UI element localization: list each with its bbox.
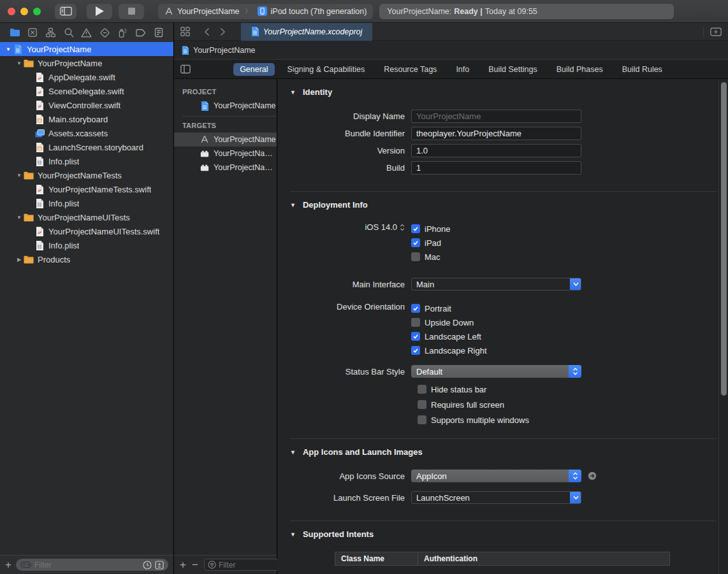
disclosure-triangle-icon[interactable]: ▼ <box>290 531 296 538</box>
zoom-button[interactable] <box>33 8 41 15</box>
tab-general[interactable]: General <box>233 63 274 76</box>
tree-item[interactable]: Info.plist <box>0 154 173 168</box>
scheme-selector[interactable]: YourProjectName 〉 iPod touch (7th genera… <box>158 4 373 19</box>
project-navigator[interactable] <box>6 25 24 40</box>
tab-resource-tags[interactable]: Resource Tags <box>377 63 443 76</box>
target-item[interactable]: YourProjectNameU… <box>174 161 277 175</box>
checkbox-hide-status-bar[interactable]: Hide status bar <box>418 384 717 395</box>
tree-item[interactable]: ▼YourProjectName <box>0 42 173 56</box>
disclosure-triangle-icon[interactable]: ▼ <box>290 449 296 456</box>
tab-build-phases[interactable]: Build Phases <box>550 63 609 76</box>
checkbox-checked[interactable] <box>411 224 420 233</box>
checkbox-ipad[interactable]: iPad <box>411 237 581 248</box>
editor-tab-xcodeproj[interactable]: YourProjectName.xcodeproj <box>241 23 372 41</box>
checkbox-iphone[interactable]: iPhone <box>411 223 581 234</box>
run-button[interactable] <box>87 4 112 19</box>
stop-button[interactable] <box>119 4 144 19</box>
tree-item[interactable]: YourProjectNameTests.swift <box>0 182 173 196</box>
source-control-status-icon[interactable] <box>155 561 164 570</box>
main-interface-dropdown[interactable]: Main <box>411 278 581 291</box>
debug-navigator[interactable] <box>113 25 131 40</box>
checkbox-unchecked[interactable] <box>418 400 426 409</box>
disclosure-triangle-icon[interactable]: ▼ <box>15 61 24 66</box>
tree-item[interactable]: ▶Products <box>0 252 173 266</box>
display-name-field[interactable] <box>411 110 581 123</box>
tree-item[interactable]: SceneDelegate.swift <box>0 84 173 98</box>
tree-item[interactable]: Assets.xcassets <box>0 126 173 140</box>
navigator-filter[interactable] <box>16 559 168 571</box>
disclosure-triangle-icon[interactable]: ▼ <box>290 89 296 96</box>
minimize-button[interactable] <box>20 8 28 15</box>
disclosure-triangle-icon[interactable]: ▼ <box>15 215 24 220</box>
bundle-identifier-field[interactable] <box>411 127 581 140</box>
symbol-navigator[interactable] <box>41 25 59 40</box>
checkbox-checked[interactable] <box>411 238 420 247</box>
checkbox-unchecked[interactable] <box>418 385 426 394</box>
checkbox-checked[interactable] <box>411 304 420 313</box>
app-icons-source-popup[interactable]: AppIcon <box>411 470 581 482</box>
tab-build-settings[interactable]: Build Settings <box>482 63 543 76</box>
activity-status[interactable]: YourProjectName: Ready | Today at 09:55 <box>379 4 674 19</box>
scrollbar-track[interactable] <box>718 79 728 574</box>
tab-info[interactable]: Info <box>449 63 476 76</box>
version-field[interactable] <box>411 144 581 157</box>
checkbox-portrait[interactable]: Portrait <box>411 303 581 314</box>
toggle-navigator-button[interactable] <box>55 4 76 19</box>
tree-item[interactable]: Info.plist <box>0 196 173 210</box>
disclosure-triangle-icon[interactable]: ▼ <box>4 47 13 52</box>
tree-item[interactable]: LaunchScreen.storyboard <box>0 140 173 154</box>
tree-item[interactable]: Info.plist <box>0 238 173 252</box>
breadcrumb[interactable]: YourProjectName <box>174 41 728 60</box>
goto-appicon-arrow-icon[interactable] <box>588 471 597 480</box>
launch-screen-dropdown[interactable]: LaunchScreen <box>411 491 581 504</box>
tree-item[interactable]: ▼YourProjectNameUITests <box>0 210 173 224</box>
close-button[interactable] <box>8 8 15 15</box>
issue-navigator[interactable] <box>78 25 96 40</box>
forward-chevron-icon[interactable] <box>220 27 226 36</box>
test-navigator[interactable] <box>96 25 113 40</box>
disclosure-triangle-icon[interactable]: ▼ <box>290 202 296 208</box>
checkbox-mac[interactable]: Mac <box>411 251 581 262</box>
tab-signing-capabilities[interactable]: Signing & Capabilities <box>281 63 372 76</box>
tree-item[interactable]: YourProjectNameUITests.swift <box>0 224 173 238</box>
remove-target-button[interactable]: − <box>192 559 198 570</box>
recent-files-clock-icon[interactable] <box>143 561 152 570</box>
tree-item[interactable]: ▼YourProjectName <box>0 56 173 70</box>
report-navigator[interactable] <box>150 25 168 40</box>
tab-build-rules[interactable]: Build Rules <box>616 63 669 76</box>
panel-separator <box>182 116 277 117</box>
find-navigator[interactable] <box>60 25 78 40</box>
target-item[interactable]: YourProjectNameT… <box>174 147 277 161</box>
target-item[interactable]: YourProjectName <box>174 133 277 147</box>
checkbox-unchecked[interactable] <box>418 415 426 424</box>
back-chevron-icon[interactable] <box>204 27 210 36</box>
checkbox-requires-full-screen[interactable]: Requires full screen <box>418 399 717 410</box>
source-control-navigator[interactable] <box>24 25 41 40</box>
checkbox-checked[interactable] <box>411 346 420 355</box>
status-bar-style-popup[interactable]: Default <box>411 365 581 378</box>
add-file-button[interactable]: + <box>5 559 11 570</box>
checkbox-unchecked[interactable] <box>411 252 420 261</box>
checkbox-upside-down[interactable]: Upside Down <box>411 317 581 328</box>
build-field[interactable] <box>411 161 581 175</box>
scrollbar-thumb[interactable] <box>721 82 727 396</box>
tree-item[interactable]: ViewController.swift <box>0 98 173 112</box>
navigator-filter-input[interactable] <box>34 561 140 570</box>
panel-toggle-icon[interactable] <box>180 64 191 74</box>
breakpoint-navigator[interactable] <box>132 25 150 40</box>
checkbox-supports-multiple-windows[interactable]: Supports multiple windows <box>418 414 717 426</box>
checkbox-landscape-left[interactable]: Landscape Left <box>411 331 581 342</box>
disclosure-triangle-icon[interactable]: ▶ <box>15 257 24 262</box>
tree-item[interactable]: Main.storyboard <box>0 112 173 126</box>
minimap-grid-icon[interactable] <box>180 27 190 36</box>
project-item[interactable]: YourProjectName <box>174 99 277 113</box>
add-editor-button[interactable] <box>710 27 722 36</box>
checkbox-checked[interactable] <box>411 332 420 341</box>
checkbox-landscape-right[interactable]: Landscape Right <box>411 345 581 356</box>
stepper-icon[interactable] <box>400 224 405 231</box>
disclosure-triangle-icon[interactable]: ▼ <box>15 173 24 178</box>
add-target-button[interactable]: + <box>180 559 186 570</box>
tree-item[interactable]: AppDelegate.swift <box>0 70 173 84</box>
checkbox-unchecked[interactable] <box>411 318 420 327</box>
tree-item[interactable]: ▼YourProjectNameTests <box>0 168 173 182</box>
